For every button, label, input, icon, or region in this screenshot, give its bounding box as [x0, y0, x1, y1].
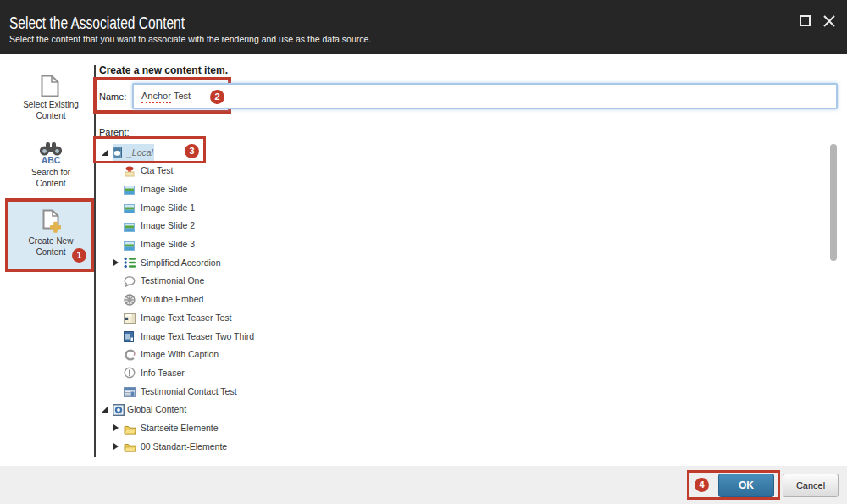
svg-text:ABC: ABC — [42, 155, 61, 165]
